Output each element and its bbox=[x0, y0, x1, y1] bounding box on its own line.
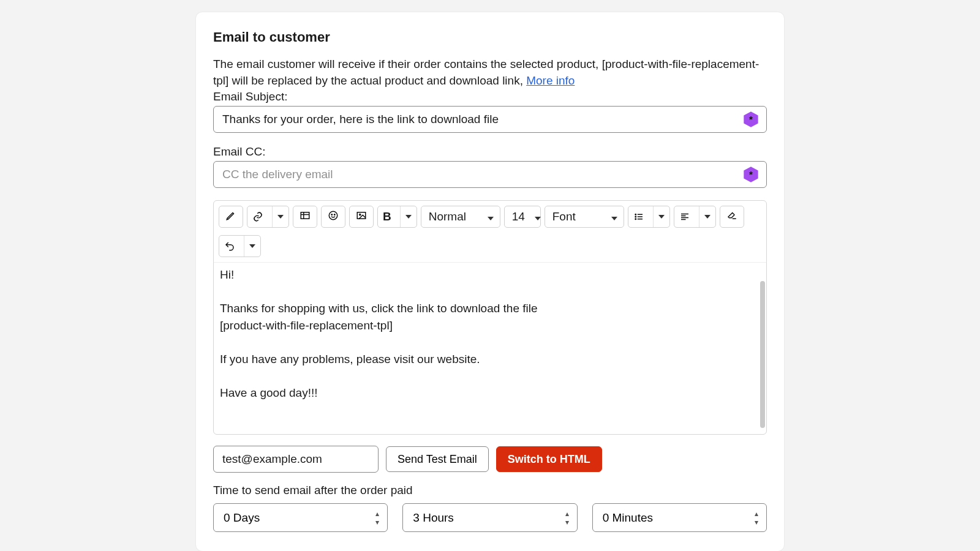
table-button[interactable] bbox=[293, 206, 317, 228]
chevron-down-icon bbox=[611, 210, 617, 223]
test-email-row: Send Test Email Switch to HTML bbox=[213, 446, 767, 473]
image-button[interactable] bbox=[349, 206, 374, 228]
switch-to-html-button[interactable]: Switch to HTML bbox=[496, 446, 602, 472]
editor-content[interactable]: Hi! Thanks for shopping with us, click t… bbox=[214, 263, 759, 434]
undo-icon bbox=[219, 236, 240, 257]
card-description: The email customer will receive if their… bbox=[213, 56, 767, 89]
body-line: Have a good day!!! bbox=[220, 384, 753, 402]
svg-point-10 bbox=[635, 214, 636, 216]
chevron-down-icon bbox=[488, 210, 494, 223]
body-line: Hi! bbox=[220, 266, 753, 283]
chevron-down-icon bbox=[272, 206, 288, 227]
subject-input[interactable] bbox=[213, 106, 767, 133]
cc-input[interactable] bbox=[213, 161, 767, 188]
align-button[interactable] bbox=[674, 206, 716, 228]
body-line: [product-with-file-replacement-tpl] bbox=[220, 317, 753, 334]
chevron-down-icon bbox=[535, 210, 541, 223]
eraser-icon bbox=[726, 210, 737, 224]
font-family-value: Font bbox=[552, 210, 576, 223]
format-style-select[interactable]: Normal bbox=[421, 206, 500, 228]
body-line: Thanks for shopping with us, click the l… bbox=[220, 300, 753, 317]
scrollbar-thumb[interactable] bbox=[760, 281, 765, 428]
font-size-select[interactable]: 14 bbox=[504, 206, 541, 228]
editor-toolbar: B Normal 14 Font bbox=[214, 201, 766, 263]
test-email-input[interactable] bbox=[213, 446, 379, 473]
cc-label: Email CC: bbox=[213, 145, 767, 159]
link-icon bbox=[247, 206, 268, 227]
svg-point-5 bbox=[329, 211, 337, 220]
cc-field-wrap: * bbox=[213, 161, 767, 188]
bold-button[interactable]: B bbox=[377, 206, 417, 228]
chevron-down-icon bbox=[400, 206, 417, 227]
hours-select-wrap: 3 Hours ▴▾ bbox=[402, 503, 577, 532]
svg-rect-8 bbox=[357, 212, 366, 219]
minutes-select[interactable]: 0 Minutes bbox=[592, 503, 767, 532]
clear-format-button[interactable] bbox=[720, 206, 744, 228]
chevron-down-icon bbox=[699, 206, 715, 227]
svg-point-9 bbox=[360, 214, 361, 215]
image-icon bbox=[356, 210, 367, 224]
emoji-button[interactable] bbox=[321, 206, 345, 228]
font-size-value: 14 bbox=[512, 210, 525, 223]
schedule-selects: 0 Days ▴▾ 3 Hours ▴▾ 0 Minutes ▴▾ bbox=[213, 503, 767, 532]
table-icon bbox=[300, 210, 311, 224]
edit-button[interactable] bbox=[219, 206, 243, 228]
editor-scrollbar[interactable] bbox=[759, 263, 766, 434]
align-left-icon bbox=[674, 206, 695, 227]
link-button[interactable] bbox=[247, 206, 289, 228]
svg-point-6 bbox=[331, 214, 333, 215]
editor-body: Hi! Thanks for shopping with us, click t… bbox=[214, 263, 766, 434]
svg-point-12 bbox=[635, 219, 636, 220]
email-settings-card: Email to customer The email customer wil… bbox=[196, 12, 784, 551]
schedule-label: Time to send email after the order paid bbox=[213, 484, 767, 497]
rich-text-editor: B Normal 14 Font bbox=[213, 200, 767, 435]
chevron-down-icon bbox=[244, 236, 260, 257]
hours-select[interactable]: 3 Hours bbox=[402, 503, 577, 532]
days-select[interactable]: 0 Days bbox=[213, 503, 388, 532]
font-family-select[interactable]: Font bbox=[545, 206, 624, 228]
svg-point-7 bbox=[334, 214, 336, 215]
description-text: The email customer will receive if their… bbox=[213, 58, 759, 87]
card-title: Email to customer bbox=[213, 29, 767, 45]
pencil-icon bbox=[225, 210, 236, 224]
more-info-link[interactable]: More info bbox=[526, 74, 575, 87]
svg-point-11 bbox=[635, 216, 636, 217]
send-test-email-button[interactable]: Send Test Email bbox=[386, 446, 489, 472]
chevron-down-icon bbox=[653, 206, 669, 227]
body-line: If you have any problems, please visit o… bbox=[220, 351, 753, 368]
minutes-select-wrap: 0 Minutes ▴▾ bbox=[592, 503, 767, 532]
days-select-wrap: 0 Days ▴▾ bbox=[213, 503, 388, 532]
list-button[interactable] bbox=[628, 206, 670, 228]
subject-field-wrap: * bbox=[213, 106, 767, 133]
svg-rect-4 bbox=[301, 212, 309, 219]
undo-button[interactable] bbox=[219, 235, 261, 257]
list-icon bbox=[628, 206, 649, 227]
format-style-value: Normal bbox=[429, 210, 466, 223]
bold-icon: B bbox=[378, 206, 396, 227]
subject-label: Email Subject: bbox=[213, 90, 767, 103]
smile-icon bbox=[328, 210, 339, 224]
